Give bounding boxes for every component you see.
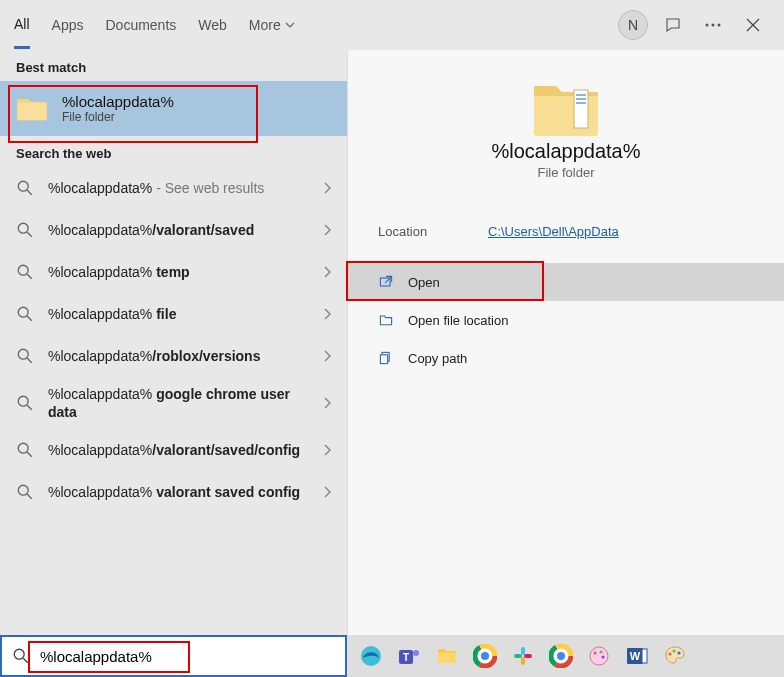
web-result[interactable]: %localappdata% - See web results <box>0 167 347 209</box>
search-icon <box>16 483 34 501</box>
svg-point-8 <box>18 396 28 406</box>
svg-point-38 <box>590 647 608 665</box>
web-result-text: %localappdata% valorant saved config <box>48 483 309 501</box>
tab-documents[interactable]: Documents <box>105 3 176 47</box>
svg-point-0 <box>706 24 709 27</box>
header: All Apps Documents Web More N <box>0 0 784 50</box>
web-result-text: %localappdata%/valorant/saved <box>48 221 309 239</box>
tab-more[interactable]: More <box>249 3 295 47</box>
search-icon <box>16 263 34 281</box>
svg-rect-29 <box>521 647 525 655</box>
best-match-label: Best match <box>0 50 347 81</box>
web-result-text: %localappdata% - See web results <box>48 179 309 197</box>
svg-point-11 <box>14 649 24 659</box>
web-result-text: %localappdata% google chrome user data <box>48 385 309 421</box>
svg-point-45 <box>669 653 672 656</box>
tab-apps[interactable]: Apps <box>52 3 84 47</box>
chevron-right-icon <box>323 397 331 409</box>
svg-point-28 <box>481 652 489 660</box>
close-icon <box>746 18 760 32</box>
svg-text:W: W <box>630 650 641 662</box>
chevron-right-icon <box>323 486 331 498</box>
web-result-text: %localappdata% file <box>48 305 309 323</box>
search-icon <box>16 221 34 239</box>
chevron-down-icon <box>285 22 295 28</box>
copy-icon <box>378 350 394 366</box>
filter-tabs: All Apps Documents Web More <box>14 2 295 49</box>
web-result[interactable]: %localappdata% valorant saved config <box>0 471 347 513</box>
svg-rect-18 <box>380 355 387 364</box>
location-label: Location <box>378 224 488 239</box>
taskbar-edge[interactable] <box>357 642 385 670</box>
svg-point-3 <box>18 181 28 191</box>
highlight-annotation <box>8 85 258 143</box>
preview-subtitle: File folder <box>537 165 594 180</box>
svg-point-2 <box>718 24 721 27</box>
taskbar-app-palette[interactable] <box>661 642 689 670</box>
best-match-result[interactable]: %localappdata% File folder <box>0 81 347 136</box>
chevron-right-icon <box>323 266 331 278</box>
action-open-location[interactable]: Open file location <box>348 301 784 339</box>
action-label: Copy path <box>408 351 467 366</box>
svg-point-1 <box>712 24 715 27</box>
svg-point-7 <box>18 349 28 359</box>
taskbar-slack[interactable] <box>509 642 537 670</box>
folder-location-icon <box>378 312 394 328</box>
tab-web[interactable]: Web <box>198 3 227 47</box>
folder-large-icon <box>530 78 602 140</box>
tab-all[interactable]: All <box>14 2 30 49</box>
search-icon <box>16 179 34 197</box>
action-open[interactable]: Open <box>348 263 784 301</box>
taskbar-app-paint[interactable] <box>585 642 613 670</box>
search-bar[interactable] <box>0 635 347 677</box>
web-result-text: %localappdata% temp <box>48 263 309 281</box>
web-result-text: %localappdata%/roblox/versions <box>48 347 309 365</box>
taskbar-explorer[interactable] <box>433 642 461 670</box>
web-result[interactable]: %localappdata%/roblox/versions <box>0 335 347 377</box>
svg-point-41 <box>602 656 605 659</box>
svg-rect-44 <box>642 649 647 663</box>
chevron-right-icon <box>323 182 331 194</box>
action-label: Open file location <box>408 313 508 328</box>
svg-point-5 <box>18 265 28 275</box>
svg-point-10 <box>18 486 28 496</box>
svg-rect-14 <box>576 98 586 100</box>
action-copy-path[interactable]: Copy path <box>348 339 784 377</box>
more-options[interactable] <box>696 8 730 42</box>
web-result[interactable]: %localappdata%/valorant/saved <box>0 209 347 251</box>
svg-point-40 <box>600 651 603 654</box>
svg-point-46 <box>673 650 676 653</box>
svg-point-4 <box>18 223 28 233</box>
svg-point-6 <box>18 307 28 317</box>
web-result[interactable]: %localappdata% file <box>0 293 347 335</box>
svg-rect-31 <box>521 657 525 665</box>
svg-text:T: T <box>403 652 409 663</box>
user-avatar[interactable]: N <box>616 8 650 42</box>
chevron-right-icon <box>323 308 331 320</box>
search-icon <box>16 305 34 323</box>
search-icon <box>16 394 34 412</box>
search-icon <box>16 347 34 365</box>
taskbar-chrome[interactable] <box>471 642 499 670</box>
chevron-right-icon <box>323 350 331 362</box>
web-result[interactable]: %localappdata%/valorant/saved/config <box>0 429 347 471</box>
svg-rect-13 <box>576 94 586 96</box>
taskbar-word[interactable]: W <box>623 642 651 670</box>
location-link[interactable]: C:\Users\Dell\AppData <box>488 224 619 239</box>
web-result[interactable]: %localappdata% google chrome user data <box>0 377 347 429</box>
highlight-annotation <box>28 641 190 673</box>
svg-rect-30 <box>514 654 522 658</box>
results-panel: Best match %localappdata% File folder Se… <box>0 50 347 677</box>
taskbar-teams[interactable]: T <box>395 642 423 670</box>
svg-point-37 <box>557 652 565 660</box>
chevron-right-icon <box>323 444 331 456</box>
svg-point-9 <box>18 444 28 454</box>
svg-rect-23 <box>438 653 456 663</box>
taskbar: T W <box>347 635 784 677</box>
svg-point-39 <box>594 652 597 655</box>
chevron-right-icon <box>323 224 331 236</box>
taskbar-chrome-2[interactable] <box>547 642 575 670</box>
close-button[interactable] <box>736 8 770 42</box>
web-result[interactable]: %localappdata% temp <box>0 251 347 293</box>
feedback-button[interactable] <box>656 8 690 42</box>
